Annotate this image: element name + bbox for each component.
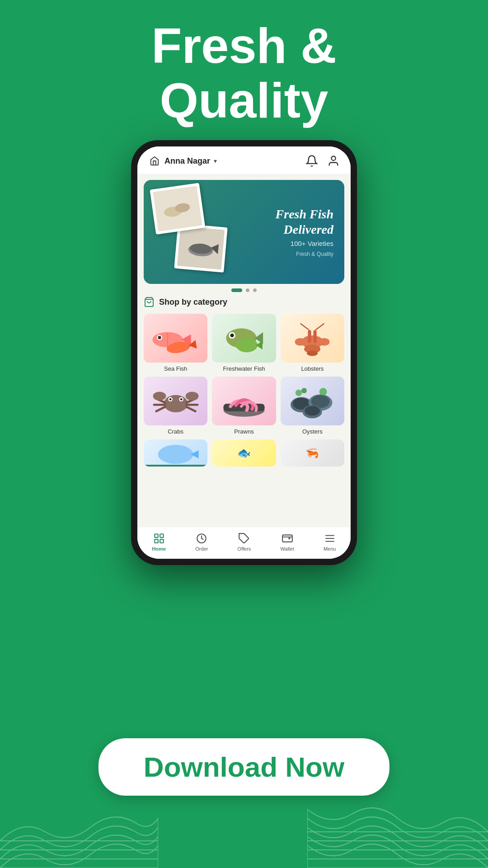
wallet-icon xyxy=(282,533,293,544)
nav-home[interactable]: Home xyxy=(152,533,166,552)
menu-icon xyxy=(324,533,336,544)
svg-line-36 xyxy=(187,407,195,411)
lobsters-img xyxy=(281,314,344,363)
svg-line-25 xyxy=(316,324,324,330)
category-sea-fish[interactable]: Sea Fish xyxy=(144,314,207,372)
home-icon xyxy=(153,533,165,544)
nav-offers-label: Offers xyxy=(238,546,251,552)
svg-point-38 xyxy=(185,392,198,401)
nav-offers[interactable]: Offers xyxy=(238,533,251,552)
prawns-label: Prawns xyxy=(234,428,253,435)
svg-rect-57 xyxy=(160,534,164,538)
svg-point-52 xyxy=(301,388,307,393)
dot-3[interactable] xyxy=(253,288,257,292)
banner-brand: Fresh & Quality xyxy=(276,251,333,257)
chevron-down-icon: ▾ xyxy=(214,157,217,165)
bottom-navigation: Home Order Offers xyxy=(137,527,351,559)
svg-rect-59 xyxy=(160,539,164,543)
basket-icon xyxy=(144,297,155,307)
section-header: Shop by category xyxy=(144,297,344,307)
svg-rect-23 xyxy=(314,330,317,343)
banner-text: Fresh Fish Delivered 100+ Varieties Fres… xyxy=(276,207,333,257)
freshwater-fish-label: Freshwater Fish xyxy=(223,365,265,372)
polaroid-1 xyxy=(150,183,205,234)
category-prawns[interactable]: Prawns xyxy=(212,377,276,435)
category-crabs[interactable]: Crabs xyxy=(144,377,207,435)
svg-point-50 xyxy=(305,406,320,416)
svg-rect-62 xyxy=(282,535,292,542)
svg-marker-20 xyxy=(256,341,262,349)
banner-title: Fresh Fish Delivered xyxy=(276,207,333,237)
svg-point-27 xyxy=(319,338,330,346)
oysters-label: Oysters xyxy=(302,428,323,435)
bell-icon[interactable] xyxy=(305,155,318,167)
banner-subtitle: 100+ Varieties xyxy=(276,240,333,247)
sea-fish-img xyxy=(144,314,207,363)
carousel-dots xyxy=(137,288,351,292)
svg-point-19 xyxy=(236,338,258,352)
hero-title: Fresh & Quality xyxy=(0,18,488,127)
svg-line-33 xyxy=(156,407,164,411)
freshwater-fish-img xyxy=(212,314,276,363)
download-button[interactable]: Download Now xyxy=(99,738,389,796)
oysters-img xyxy=(281,377,344,425)
svg-point-40 xyxy=(169,398,171,401)
svg-point-26 xyxy=(295,338,306,346)
category-section: Shop by category xyxy=(137,297,351,527)
svg-point-51 xyxy=(296,390,302,396)
svg-line-24 xyxy=(300,324,309,330)
svg-point-0 xyxy=(331,156,335,160)
nav-order[interactable]: Order xyxy=(195,533,208,552)
app-header: Anna Nagar ▾ xyxy=(137,146,351,174)
svg-rect-56 xyxy=(155,534,158,538)
dot-1[interactable] xyxy=(231,288,242,292)
user-icon[interactable] xyxy=(327,155,340,167)
crabs-img xyxy=(144,377,207,425)
nav-home-label: Home xyxy=(152,546,166,552)
svg-rect-22 xyxy=(308,330,311,343)
order-icon xyxy=(196,533,207,544)
header-actions xyxy=(305,155,340,167)
crabs-label: Crabs xyxy=(168,428,183,435)
nav-order-label: Order xyxy=(195,546,208,552)
category-oysters[interactable]: Oysters xyxy=(281,377,344,435)
sea-fish-label: Sea Fish xyxy=(164,365,187,372)
location-selector[interactable]: Anna Nagar ▾ xyxy=(148,156,217,166)
svg-point-37 xyxy=(153,392,166,401)
partial-item-2: 🐟 xyxy=(212,439,276,467)
phone-mockup: Anna Nagar ▾ xyxy=(131,140,357,565)
download-button-container: Download Now xyxy=(99,738,389,796)
svg-point-54 xyxy=(158,445,193,464)
category-grid: Sea Fish xyxy=(144,314,344,435)
category-freshwater-fish[interactable]: Freshwater Fish xyxy=(212,314,276,372)
dot-2[interactable] xyxy=(246,288,249,292)
svg-point-29 xyxy=(307,351,318,356)
category-lobsters[interactable]: Lobsters xyxy=(281,314,344,372)
svg-point-42 xyxy=(180,398,182,401)
banner-images xyxy=(148,187,198,277)
svg-point-30 xyxy=(164,395,188,412)
section-title: Shop by category xyxy=(159,297,227,307)
location-text: Anna Nagar xyxy=(164,156,210,166)
offers-icon xyxy=(238,533,250,544)
partial-row: 🐟 🦐 xyxy=(144,439,344,467)
svg-point-18 xyxy=(230,334,234,337)
svg-rect-58 xyxy=(155,539,158,543)
store-icon xyxy=(148,156,161,166)
partial-item-3: 🦐 xyxy=(281,439,344,467)
nav-wallet-label: Wallet xyxy=(281,546,294,552)
nav-menu[interactable]: Menu xyxy=(324,533,336,552)
nav-wallet[interactable]: Wallet xyxy=(281,533,294,552)
svg-point-53 xyxy=(319,388,327,396)
lobsters-label: Lobsters xyxy=(301,365,324,372)
prawns-img xyxy=(212,377,276,425)
partial-item-1 xyxy=(144,439,207,467)
promo-banner[interactable]: Fresh Fish Delivered 100+ Varieties Fres… xyxy=(144,180,344,284)
svg-point-11 xyxy=(158,336,161,339)
nav-menu-label: Menu xyxy=(324,546,336,552)
